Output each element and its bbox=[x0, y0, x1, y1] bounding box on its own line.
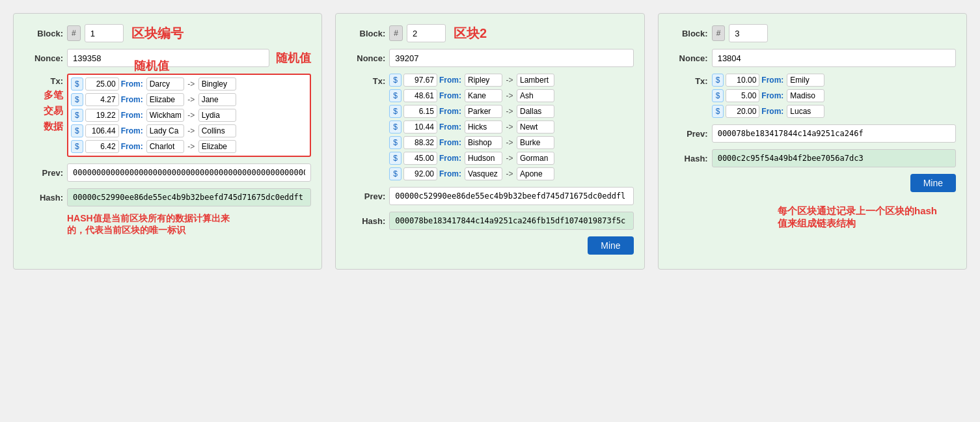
tx-from-input[interactable] bbox=[146, 93, 184, 106]
tx-from-label: From: bbox=[439, 138, 463, 147]
tx-amount-input[interactable] bbox=[726, 89, 759, 102]
tx-to-input[interactable] bbox=[517, 105, 554, 118]
tx-row: $From:-> bbox=[389, 136, 633, 149]
prev-input-2[interactable] bbox=[389, 187, 633, 205]
tx-arrow: -> bbox=[504, 91, 515, 100]
hash-input-1[interactable] bbox=[67, 188, 311, 206]
hash-row-1: Hash: bbox=[24, 188, 311, 206]
tx-amount-input[interactable] bbox=[85, 77, 119, 91]
tx-arrow: -> bbox=[504, 107, 515, 116]
tx-amount-input[interactable] bbox=[85, 93, 119, 106]
tx-from-input[interactable] bbox=[465, 167, 502, 180]
tx-from-input[interactable] bbox=[465, 152, 502, 165]
tx-from-label: From: bbox=[761, 107, 785, 116]
tx-row: $From:-> bbox=[389, 120, 633, 134]
mine-button-3[interactable]: Mine bbox=[910, 174, 956, 192]
tx-dollar-sign: $ bbox=[389, 105, 402, 118]
prev-input-1[interactable] bbox=[67, 163, 311, 182]
tx-amount-input[interactable] bbox=[85, 124, 119, 137]
nonce-row-2: Nonce: bbox=[346, 49, 633, 67]
tx-label-2: Tx: bbox=[346, 74, 385, 180]
tx-to-input[interactable] bbox=[517, 120, 554, 134]
tx-from-label: From: bbox=[121, 79, 144, 89]
tx-dollar-sign: $ bbox=[71, 124, 83, 137]
tx-row: $From: bbox=[712, 89, 956, 102]
block-number-row-3: Block: # bbox=[669, 24, 956, 42]
tx-arrow: -> bbox=[186, 95, 197, 104]
tx-amount-input[interactable] bbox=[726, 105, 759, 118]
tx-from-label: From: bbox=[439, 154, 463, 163]
tx-from-input[interactable] bbox=[787, 89, 824, 102]
tx-to-input[interactable] bbox=[198, 140, 236, 153]
tx-rows-2: $From:->$From:->$From:->$From:->$From:->… bbox=[389, 74, 633, 180]
tx-from-input[interactable] bbox=[146, 124, 184, 137]
tx-dollar-sign: $ bbox=[389, 152, 402, 165]
tx-arrow: -> bbox=[186, 111, 197, 120]
tx-from-input[interactable] bbox=[146, 140, 184, 153]
block-number-input-3[interactable] bbox=[729, 24, 768, 42]
tx-from-input[interactable] bbox=[465, 120, 502, 134]
tx-to-input[interactable] bbox=[517, 136, 554, 149]
tx-dollar-sign: $ bbox=[71, 93, 83, 106]
tx-to-input[interactable] bbox=[198, 124, 236, 137]
hash-symbol-2: # bbox=[389, 25, 403, 41]
block-panel-1: Block: # 区块编号 Nonce: 随机值 随机值 Tx: 多笔交易数据 … bbox=[13, 13, 322, 270]
tx-arrow: -> bbox=[186, 126, 197, 135]
tx-section-1: Tx: 多笔交易数据 $From:->$From:->$From:->$From… bbox=[24, 74, 311, 157]
block-label-1: Block: bbox=[24, 29, 63, 38]
block-label-2: Block: bbox=[346, 29, 385, 38]
tx-dollar-sign: $ bbox=[389, 89, 402, 102]
tx-arrow: -> bbox=[504, 138, 515, 147]
tx-row: $From:-> bbox=[71, 109, 307, 122]
tx-label-3: Tx: bbox=[669, 74, 708, 118]
tx-to-input[interactable] bbox=[517, 152, 554, 165]
tx-row: $From:-> bbox=[389, 167, 633, 180]
tx-amount-input[interactable] bbox=[85, 140, 119, 153]
tx-dollar-sign: $ bbox=[71, 77, 83, 91]
tx-from-input[interactable] bbox=[787, 105, 824, 118]
tx-amount-input[interactable] bbox=[726, 74, 759, 87]
tx-from-input[interactable] bbox=[465, 89, 502, 102]
tx-amount-input[interactable] bbox=[403, 74, 437, 87]
block-number-input-1[interactable] bbox=[85, 24, 124, 42]
tx-arrow: -> bbox=[504, 76, 515, 85]
tx-annotation-1: 多笔交易数据 bbox=[44, 87, 63, 134]
nonce-label-1: Nonce: bbox=[24, 53, 63, 63]
nonce-row-3: Nonce: bbox=[669, 49, 956, 67]
tx-amount-input[interactable] bbox=[85, 109, 119, 122]
tx-from-label: From: bbox=[761, 76, 785, 85]
tx-to-input[interactable] bbox=[198, 109, 236, 122]
hash-input-2[interactable] bbox=[389, 212, 633, 230]
nonce-input-3[interactable] bbox=[712, 49, 956, 67]
tx-to-input[interactable] bbox=[517, 74, 554, 87]
prev-row-3: Prev: bbox=[669, 124, 956, 143]
tx-from-label: From: bbox=[439, 76, 463, 85]
hash-row-2: Hash: bbox=[346, 212, 633, 230]
tx-from-input[interactable] bbox=[787, 74, 824, 87]
tx-amount-input[interactable] bbox=[403, 105, 437, 118]
tx-amount-input[interactable] bbox=[403, 136, 437, 149]
tx-arrow: -> bbox=[186, 79, 197, 89]
block-number-row-1: Block: # 区块编号 bbox=[24, 24, 311, 42]
tx-amount-input[interactable] bbox=[403, 167, 437, 180]
tx-to-input[interactable] bbox=[198, 93, 236, 106]
prev-input-3[interactable] bbox=[712, 124, 956, 143]
tx-from-input[interactable] bbox=[465, 136, 502, 149]
tx-to-input[interactable] bbox=[517, 167, 554, 180]
tx-to-input[interactable] bbox=[198, 77, 236, 91]
tx-amount-input[interactable] bbox=[403, 89, 437, 102]
tx-to-input[interactable] bbox=[517, 89, 554, 102]
hash-input-3[interactable] bbox=[712, 149, 956, 167]
hash-label-1: Hash: bbox=[24, 193, 63, 203]
hash-symbol-1: # bbox=[67, 25, 81, 41]
tx-from-input[interactable] bbox=[146, 77, 184, 91]
tx-from-input[interactable] bbox=[146, 109, 184, 122]
block-number-input-2[interactable] bbox=[407, 24, 446, 42]
tx-from-input[interactable] bbox=[465, 74, 502, 87]
mine-button-2[interactable]: Mine bbox=[588, 236, 633, 255]
tx-amount-input[interactable] bbox=[403, 120, 437, 134]
tx-from-input[interactable] bbox=[465, 105, 502, 118]
tx-amount-input[interactable] bbox=[403, 152, 437, 165]
nonce-input-2[interactable] bbox=[389, 49, 633, 67]
tx-row: $From:-> bbox=[71, 124, 307, 137]
